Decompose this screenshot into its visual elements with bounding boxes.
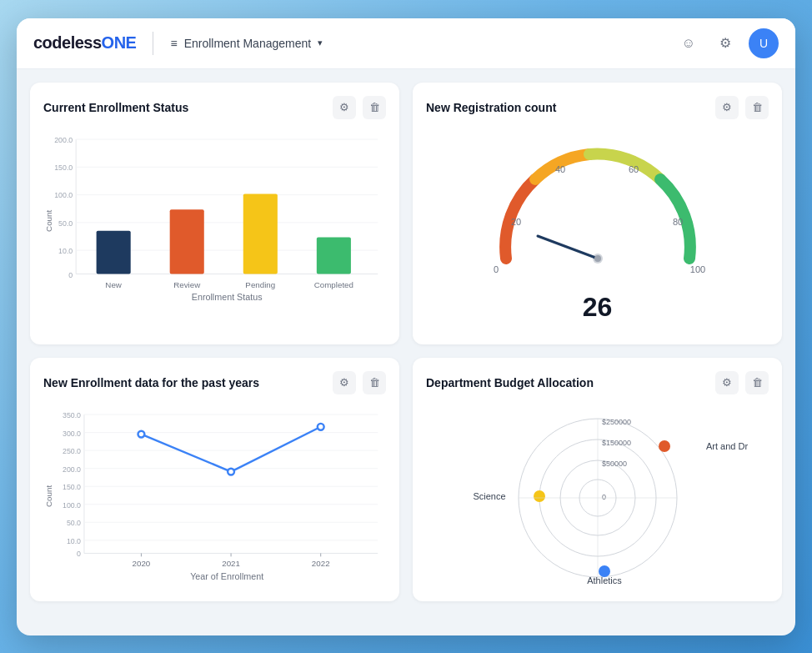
svg-text:300.0: 300.0 — [63, 429, 81, 437]
enrollment-status-card: Current Enrollment Status ⚙ 🗑 Count — [30, 83, 399, 344]
svg-text:$150000: $150000 — [602, 439, 631, 447]
svg-text:100: 100 — [689, 264, 704, 274]
registration-title: New Registration count — [426, 101, 556, 114]
card-actions-registration: ⚙ 🗑 — [715, 96, 769, 119]
bar-chart-svg: Count 200.0 150.0 100.0 50.0 10.0 — [43, 129, 386, 304]
svg-text:200.0: 200.0 — [63, 465, 81, 473]
gauge-needle — [538, 236, 598, 259]
bar-pending — [243, 193, 278, 274]
dashboard-grid: Current Enrollment Status ⚙ 🗑 Count — [17, 69, 795, 615]
svg-text:50.0: 50.0 — [58, 219, 73, 227]
svg-text:Pending: Pending — [245, 280, 275, 289]
logo: codelessONE — [33, 33, 136, 53]
budget-settings-button[interactable]: ⚙ — [715, 371, 739, 394]
svg-text:0: 0 — [493, 264, 498, 274]
gauge-center — [594, 255, 601, 262]
svg-text:2021: 2021 — [222, 559, 240, 568]
settings-button[interactable]: ⚙ — [712, 30, 739, 57]
budget-allocation-card: Department Budget Allocation ⚙ 🗑 $250000… — [413, 358, 782, 601]
line-chart-line — [141, 426, 320, 471]
svg-text:0: 0 — [77, 550, 81, 558]
svg-text:2020: 2020 — [133, 559, 151, 568]
line-chart-wrapper: Count 350.0 300.0 250.0 — [43, 404, 386, 588]
svg-text:0: 0 — [602, 493, 606, 501]
svg-text:100.0: 100.0 — [54, 191, 73, 199]
svg-text:150.0: 150.0 — [54, 163, 73, 172]
svg-text:350.0: 350.0 — [63, 411, 81, 419]
svg-text:Review: Review — [173, 280, 201, 289]
line-point-2022 — [318, 423, 324, 429]
budget-title: Department Budget Allocation — [426, 376, 594, 389]
bar-chart-wrapper: Count 200.0 150.0 100.0 50.0 10.0 — [43, 129, 386, 313]
line-chart-svg: Count 350.0 300.0 250.0 — [43, 404, 386, 584]
svg-text:Enrollment Status: Enrollment Status — [192, 291, 263, 301]
enrollment-settings-button[interactable]: ⚙ — [333, 96, 356, 119]
science-dot — [534, 490, 545, 502]
header-actions: ☺ ⚙ U — [675, 28, 779, 58]
card-header-budget: Department Budget Allocation ⚙ 🗑 — [426, 371, 769, 394]
svg-text:10.0: 10.0 — [67, 536, 81, 545]
svg-text:50.0: 50.0 — [67, 519, 81, 527]
svg-text:Art and Drama: Art and Drama — [706, 441, 748, 451]
card-actions-new-enrollment: ⚙ 🗑 — [333, 371, 386, 394]
svg-text:Count: Count — [44, 485, 53, 506]
svg-text:2022: 2022 — [312, 559, 330, 568]
line-point-2021 — [228, 468, 234, 475]
nav-title: Enrollment Management — [184, 37, 312, 50]
card-header-registration: New Registration count ⚙ 🗑 — [426, 96, 769, 119]
svg-text:250.0: 250.0 — [63, 447, 81, 455]
svg-text:100.0: 100.0 — [63, 500, 81, 509]
nav-menu-icon: ≡ — [170, 37, 177, 50]
line-point-2020 — [138, 430, 145, 437]
card-header-enrollment: Current Enrollment Status ⚙ 🗑 — [43, 96, 386, 119]
nav-menu[interactable]: ≡ Enrollment Management ▾ — [170, 37, 323, 50]
enrollment-status-title: Current Enrollment Status — [43, 101, 188, 114]
gauge-container: 0 20 40 60 80 100 — [426, 129, 769, 331]
svg-text:New: New — [105, 280, 122, 289]
enrollment-delete-button[interactable]: 🗑 — [363, 96, 386, 119]
new-enrollment-title: New Enrollment data for the past years — [43, 376, 259, 389]
svg-text:200.0: 200.0 — [54, 135, 73, 143]
registration-settings-button[interactable]: ⚙ — [715, 96, 739, 119]
avatar-initial: U — [759, 37, 768, 50]
svg-text:Year of Enrollment: Year of Enrollment — [190, 570, 263, 580]
gauge-svg: 0 20 40 60 80 100 — [481, 138, 714, 300]
svg-text:Athletics: Athletics — [587, 575, 622, 585]
svg-text:0: 0 — [68, 271, 73, 279]
gauge-value: 26 — [583, 292, 613, 323]
bar-completed — [317, 237, 351, 274]
header: codelessONE ≡ Enrollment Management ▾ ☺ … — [17, 18, 795, 69]
avatar-button[interactable]: U — [749, 28, 779, 58]
svg-text:40: 40 — [554, 164, 564, 174]
svg-text:$50000: $50000 — [602, 460, 627, 468]
emoji-button[interactable]: ☺ — [675, 30, 702, 57]
art-drama-dot — [659, 440, 670, 452]
app-container: codelessONE ≡ Enrollment Management ▾ ☺ … — [17, 18, 795, 635]
card-actions-budget: ⚙ 🗑 — [715, 371, 769, 394]
svg-text:20: 20 — [510, 217, 520, 227]
svg-text:Science: Science — [473, 491, 505, 501]
card-actions-enrollment: ⚙ 🗑 — [333, 96, 386, 119]
new-enrollment-delete-button[interactable]: 🗑 — [363, 371, 386, 394]
svg-text:150.0: 150.0 — [63, 483, 81, 491]
bar-new — [97, 230, 131, 274]
budget-delete-button[interactable]: 🗑 — [745, 371, 769, 394]
new-enrollment-settings-button[interactable]: ⚙ — [333, 371, 356, 394]
svg-text:Count: Count — [44, 209, 53, 231]
new-registration-card: New Registration count ⚙ 🗑 — [413, 83, 782, 344]
new-enrollment-card: New Enrollment data for the past years ⚙… — [30, 358, 399, 601]
svg-text:Completed: Completed — [314, 280, 353, 289]
svg-text:10.0: 10.0 — [58, 247, 73, 255]
bubble-chart-svg: $250000 $150000 $50000 0 Science Art and… — [448, 406, 748, 585]
svg-text:60: 60 — [628, 164, 638, 174]
bubble-chart-wrapper: $250000 $150000 $50000 0 Science Art and… — [426, 404, 769, 588]
bar-review — [170, 209, 204, 274]
svg-text:80: 80 — [672, 217, 682, 227]
gear-icon: ⚙ — [719, 35, 731, 51]
registration-delete-button[interactable]: 🗑 — [745, 96, 769, 119]
card-header-new-enrollment: New Enrollment data for the past years ⚙… — [43, 371, 386, 394]
logo-one: ONE — [102, 33, 137, 52]
svg-text:$250000: $250000 — [602, 418, 631, 426]
nav-arrow-icon: ▾ — [318, 38, 323, 48]
nav-divider — [153, 32, 153, 55]
